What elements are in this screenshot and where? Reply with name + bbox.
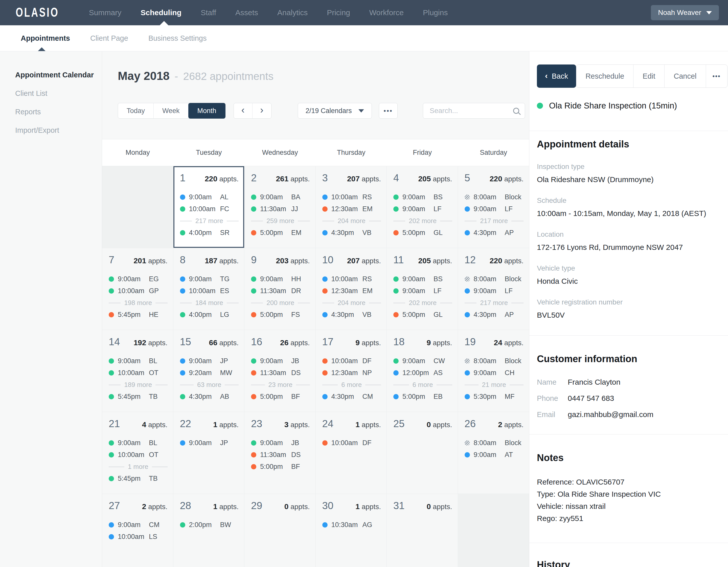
more-appointments-link[interactable]: 259 more <box>251 215 310 227</box>
calendar-day-cell-5[interactable]: 5220 appts.8:00amBlock9:00amLF217 more4:… <box>458 166 529 248</box>
calendar-day-cell-9[interactable]: 9203 appts.9:00amHH11:30amDR200 more5:00… <box>244 248 316 330</box>
appointment-entry[interactable]: 11:30amDR <box>251 285 310 297</box>
appointment-entry[interactable]: 9:20amMW <box>180 367 239 379</box>
calendar-day-cell-3[interactable]: 3207 appts.10:00amRS12:30amEM204 more4:3… <box>316 166 387 248</box>
calendar-day-cell-18[interactable]: 189 appts.9:00amCW12:00pmAS6 more5:00pmE… <box>387 330 458 412</box>
topnav-item-analytics[interactable]: Analytics <box>268 0 317 25</box>
appointment-entry[interactable]: 9:00amJB <box>251 437 310 449</box>
appointment-entry[interactable]: 9:00amJP <box>180 355 239 367</box>
topnav-item-plugins[interactable]: Plugins <box>413 0 457 25</box>
more-appointments-link[interactable]: 23 more <box>251 379 310 391</box>
appointment-entry[interactable]: 8:00amBlock <box>465 273 524 285</box>
appointment-entry[interactable]: 10:00amGP <box>109 285 168 297</box>
calendar-day-cell-29[interactable]: 290 appts. <box>244 494 316 567</box>
appointment-entry[interactable]: 4:30pmCM <box>322 391 381 403</box>
appointment-entry[interactable]: 10:00amRS <box>322 191 381 203</box>
next-month-button[interactable]: › <box>253 103 271 118</box>
appointment-entry[interactable]: 4:30pmVB <box>322 309 381 321</box>
calendar-day-cell-16[interactable]: 1626 appts.9:00amJB11:30amDS23 more5:00p… <box>244 330 316 412</box>
appointment-entry[interactable]: 10:00amDF <box>322 437 381 449</box>
calendar-day-cell-30[interactable]: 301 appts.10:30amAG <box>316 494 387 567</box>
appointment-entry[interactable]: 5:00pmEB <box>393 391 452 403</box>
appointment-entry[interactable]: 10:00amES <box>180 285 239 297</box>
appointment-entry[interactable]: 5:45pmTB <box>109 391 168 403</box>
more-appointments-link[interactable]: 1 more <box>109 461 168 473</box>
appointment-entry[interactable]: 9:00amBL <box>109 437 168 449</box>
appointment-entry[interactable]: 5:45pmTB <box>109 473 168 485</box>
topnav-item-staff[interactable]: Staff <box>191 0 226 25</box>
appointment-entry[interactable]: 5:00pmEM <box>251 227 310 239</box>
appointment-entry[interactable]: 5:45pmHE <box>109 309 168 321</box>
appointment-entry[interactable]: 9:00amLF <box>393 203 452 215</box>
view-button-week[interactable]: Week <box>154 103 189 118</box>
calendar-day-cell-23[interactable]: 233 appts.9:00amJB11:30amDS5:00pmBF <box>244 412 316 494</box>
calendar-day-cell-7[interactable]: 7201 appts.9:00amEG10:00amGP198 more5:45… <box>102 248 173 330</box>
reschedule-button[interactable]: Reschedule <box>576 65 633 87</box>
appointment-entry[interactable]: 9:00amAT <box>465 449 524 461</box>
appointment-entry[interactable]: 10:00amDF <box>322 355 381 367</box>
more-appointments-link[interactable]: 198 more <box>109 297 168 309</box>
sidebar-item-import-export[interactable]: Import/Export <box>0 126 102 135</box>
appointment-entry[interactable]: 10:00amOT <box>109 367 168 379</box>
sidebar-item-client-list[interactable]: Client List <box>0 89 102 98</box>
appointment-entry[interactable]: 5:00pmBF <box>251 461 310 473</box>
calendar-day-cell-24[interactable]: 241 appts.10:00amDF <box>316 412 387 494</box>
appointment-entry[interactable]: 9:00amEG <box>109 273 168 285</box>
more-appointments-link[interactable]: 184 more <box>180 297 239 309</box>
appointment-entry[interactable]: 12:30amNP <box>322 367 381 379</box>
more-appointments-link[interactable]: 6 more <box>322 379 381 391</box>
calendar-day-cell-8[interactable]: 8187 appts.9:00amTG10:00amES184 more4:00… <box>173 248 245 330</box>
appointment-entry[interactable]: 9:00amCH <box>465 367 524 379</box>
calendar-day-cell-12[interactable]: 12220 appts.8:00amBlock9:00amLF217 more4… <box>458 248 529 330</box>
appointment-entry[interactable]: 9:00amLF <box>393 285 452 297</box>
appointment-entry[interactable]: 10:00amFC <box>180 203 239 215</box>
appointment-entry[interactable]: 5:30pmMF <box>465 391 524 403</box>
appointment-entry[interactable]: 9:00amBS <box>393 191 452 203</box>
panel-more-button[interactable]: ••• <box>706 65 727 87</box>
appointment-entry[interactable]: 4:30pmAP <box>465 227 524 239</box>
appointment-entry[interactable]: 10:00amOT <box>109 449 168 461</box>
search-input[interactable] <box>429 106 505 115</box>
calendar-day-cell-28[interactable]: 281 appts.2:00pmBW <box>173 494 245 567</box>
more-appointments-link[interactable]: 202 more <box>393 215 452 227</box>
appointment-entry[interactable]: 12:30amEM <box>322 285 381 297</box>
calendar-day-cell-31[interactable]: 310 appts. <box>387 494 458 567</box>
appointment-entry[interactable]: 9:00amBS <box>393 273 452 285</box>
more-appointments-link[interactable]: 63 more <box>180 379 239 391</box>
more-appointments-link[interactable]: 6 more <box>393 379 452 391</box>
appointment-entry[interactable]: 9:00amBA <box>251 191 310 203</box>
more-appointments-link[interactable]: 217 more <box>465 215 524 227</box>
more-appointments-link[interactable]: 204 more <box>322 215 381 227</box>
more-options-button[interactable]: ••• <box>379 103 398 119</box>
calendar-day-cell-21[interactable]: 214 appts.9:00amBL10:00amOT1 more5:45pmT… <box>102 412 173 494</box>
calendar-day-cell-11[interactable]: 11205 appts.9:00amBS9:00amLF202 more5:00… <box>387 248 458 330</box>
appointment-entry[interactable]: 5:00pmBF <box>251 391 310 403</box>
sidebar-item-reports[interactable]: Reports <box>0 107 102 116</box>
subnav-item-business-settings[interactable]: Business Settings <box>148 34 207 42</box>
appointment-entry[interactable]: 4:30pmAP <box>465 309 524 321</box>
appointment-entry[interactable]: 9:00amBL <box>109 355 168 367</box>
appointment-entry[interactable]: 8:00amBlock <box>465 437 524 449</box>
more-appointments-link[interactable]: 189 more <box>109 379 168 391</box>
appointment-entry[interactable]: 10:00amRS <box>322 273 381 285</box>
more-appointments-link[interactable]: 217 more <box>465 297 524 309</box>
appointment-entry[interactable]: 8:00amBlock <box>465 355 524 367</box>
calendar-day-cell-25[interactable]: 250 appts. <box>387 412 458 494</box>
previous-month-button[interactable]: ‹ <box>234 103 253 118</box>
calendar-day-cell-15[interactable]: 1566 appts.9:00amJP9:20amMW63 more4:30pm… <box>173 330 245 412</box>
more-appointments-link[interactable]: 204 more <box>322 297 381 309</box>
appointment-entry[interactable]: 9:00amTG <box>180 273 239 285</box>
appointment-entry[interactable]: 9:00amCM <box>109 519 168 531</box>
appointment-entry[interactable]: 5:00pmGL <box>393 309 452 321</box>
appointment-entry[interactable]: 11:30amDS <box>251 449 310 461</box>
cancel-button[interactable]: Cancel <box>665 65 706 87</box>
appointment-entry[interactable]: 4:00pmSR <box>180 227 239 239</box>
calendar-day-cell-27[interactable]: 272 appts.9:00amCM10:00amLS <box>102 494 173 567</box>
appointment-entry[interactable]: 9:00amLF <box>465 285 524 297</box>
calendar-day-cell-2[interactable]: 2261 appts.9:00amBA11:30amJJ259 more5:00… <box>244 166 316 248</box>
calendars-dropdown[interactable]: 2/19 Calendars <box>298 103 372 119</box>
subnav-item-appointments[interactable]: Appointments <box>21 34 70 42</box>
topnav-item-summary[interactable]: Summary <box>79 0 131 25</box>
more-appointments-link[interactable]: 200 more <box>251 297 310 309</box>
appointment-entry[interactable]: 9:00amHH <box>251 273 310 285</box>
